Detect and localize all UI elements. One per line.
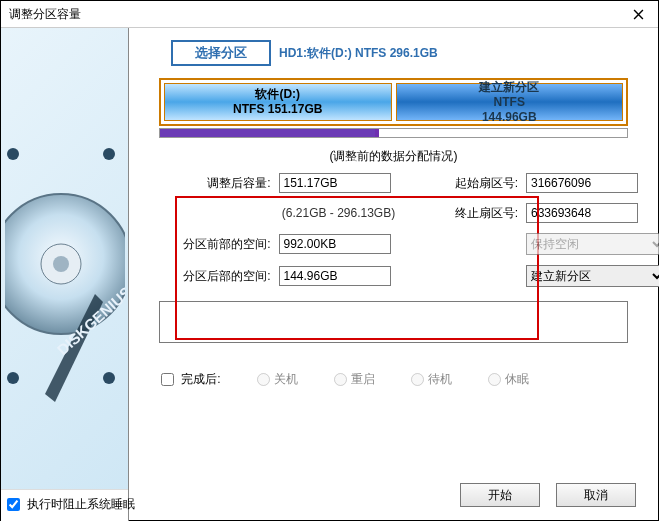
partition-new-fs: NTFS [494,95,525,110]
start-button[interactable]: 开始 [460,483,540,507]
new-size-input[interactable] [279,173,391,193]
partition-map[interactable]: 软件(D:) NTFS 151.17GB 建立新分区 NTFS 144.96GB [159,78,628,126]
dialog-window: 调整分区容量 [0,0,659,521]
sidebar: DISKGENIUS 执行时阻止系统睡眠 [1,28,129,521]
after-done-input[interactable] [161,373,174,386]
prevent-sleep-input[interactable] [7,498,20,511]
dialog-title: 调整分区容量 [9,6,618,23]
start-sector-label: 起始扇区号: [433,175,519,192]
front-space-input[interactable] [279,234,391,254]
select-partition-button[interactable]: 选择分区 [171,40,271,66]
form-grid: 调整后容量: 起始扇区号: (6.21GB - 296.13GB) 终止扇区号:… [161,173,646,287]
size-range: (6.21GB - 296.13GB) [279,206,399,220]
partition-existing-info: NTFS 151.17GB [233,102,322,117]
back-space-label: 分区后部的空间: [161,268,271,285]
after-done-label: 完成后: [181,372,220,386]
end-sector-label: 终止扇区号: [433,205,519,222]
radio-shutdown: 关机 [257,371,298,388]
select-bar: 选择分区 HD1:软件(D:) NTFS 296.1GB [171,40,646,66]
start-sector-input[interactable] [526,173,638,193]
end-sector-input[interactable] [526,203,638,223]
partition-new[interactable]: 建立新分区 NTFS 144.96GB [396,83,624,121]
disk-label: HD1:软件(D:) NTFS 296.1GB [279,45,438,62]
back-action-select[interactable]: 建立新分区 [526,265,659,287]
main-panel: 选择分区 HD1:软件(D:) NTFS 296.1GB 软件(D:) NTFS… [129,28,658,521]
after-done-checkbox[interactable]: 完成后: [161,371,221,388]
partition-existing-name: 软件(D:) [255,87,300,102]
titlebar: 调整分区容量 [1,1,658,28]
close-button[interactable] [618,1,658,27]
prevent-sleep-checkbox[interactable]: 执行时阻止系统睡眠 [7,497,135,511]
after-done-row: 完成后: 关机 重启 待机 休眠 [161,371,626,388]
partition-existing[interactable]: 软件(D:) NTFS 151.17GB [164,83,392,121]
svg-point-4 [7,148,19,160]
back-space-input[interactable] [279,266,391,286]
prevent-sleep-row: 执行时阻止系统睡眠 [1,489,128,521]
usage-bar [159,128,628,138]
partition-new-name: 建立新分区 [479,80,539,95]
svg-point-3 [53,256,69,272]
radio-standby: 待机 [411,371,452,388]
section-title: (调整前的数据分配情况) [141,148,646,165]
svg-point-6 [7,372,19,384]
front-action-select: 保持空闲 [526,233,659,255]
message-box[interactable] [159,301,628,343]
svg-point-7 [103,372,115,384]
new-size-label: 调整后容量: [161,175,271,192]
cancel-button[interactable]: 取消 [556,483,636,507]
radio-reboot: 重启 [334,371,375,388]
radio-hibernate: 休眠 [488,371,529,388]
button-bar: 开始 取消 [460,483,636,507]
disk-image: DISKGENIUS [1,28,128,489]
prevent-sleep-label: 执行时阻止系统睡眠 [27,497,135,511]
close-icon [633,9,644,20]
svg-point-5 [103,148,115,160]
partition-new-size: 144.96GB [482,110,537,125]
front-space-label: 分区前部的空间: [161,236,271,253]
